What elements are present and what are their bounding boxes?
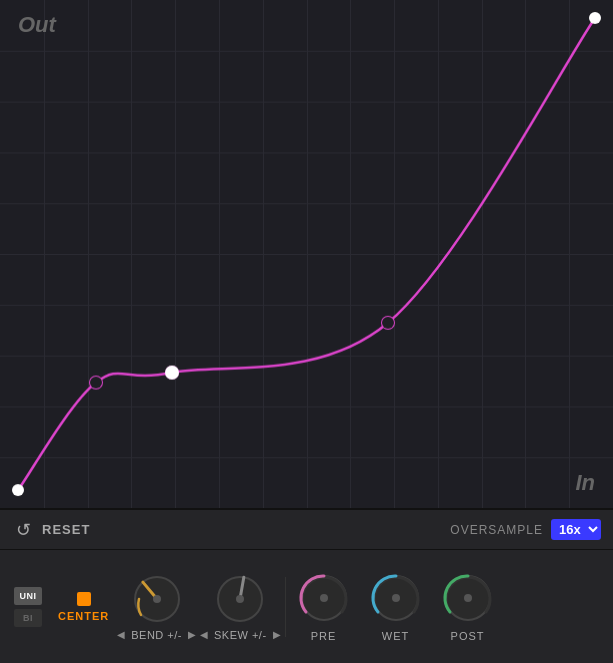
reset-button[interactable]: RESET [42, 522, 90, 537]
oversample-select[interactable]: 1x 2x 4x 8x 16x [551, 519, 601, 540]
bend-left-arrow[interactable]: ◀ [115, 629, 127, 640]
svg-point-7 [392, 594, 400, 602]
svg-point-5 [320, 594, 328, 602]
bi-button[interactable]: BI [14, 609, 42, 627]
center-section: CENTER [52, 592, 115, 622]
bend-knob[interactable] [131, 573, 183, 625]
separator [285, 577, 286, 637]
bend-arrow-row: ◀ BEND +/- ▶ [115, 629, 198, 641]
skew-arrow-row: ◀ SKEW +/- ▶ [198, 629, 283, 641]
skew-group: ◀ SKEW +/- ▶ [198, 573, 283, 641]
post-knob[interactable] [442, 572, 494, 624]
reset-icon[interactable]: ↺ [12, 519, 34, 541]
oversample-label: OVERSAMPLE [450, 523, 543, 537]
center-dot[interactable] [77, 592, 91, 606]
grid-canvas [0, 0, 613, 508]
bottom-bar: UNI BI CENTER ◀ BEND +/- ▶ [0, 550, 613, 663]
oversample-area: OVERSAMPLE 1x 2x 4x 8x 16x [450, 519, 601, 540]
wet-knob[interactable] [370, 572, 422, 624]
bend-right-arrow[interactable]: ▶ [186, 629, 198, 640]
post-label: POST [451, 630, 485, 642]
bottom-knobs-row: UNI BI CENTER ◀ BEND +/- ▶ [0, 550, 613, 663]
bend-label: BEND +/- [131, 629, 182, 641]
uni-bi-section: UNI BI [4, 587, 52, 627]
pre-knob[interactable] [298, 572, 350, 624]
controls-bar: ↺ RESET OVERSAMPLE 1x 2x 4x 8x 16x [0, 510, 613, 550]
post-knob-container: POST [432, 572, 504, 642]
skew-right-arrow[interactable]: ▶ [271, 629, 283, 640]
in-label: In [575, 470, 595, 496]
graph-area[interactable]: Out In [0, 0, 613, 510]
skew-knob[interactable] [214, 573, 266, 625]
skew-label: SKEW +/- [214, 629, 267, 641]
svg-point-1 [153, 595, 161, 603]
pre-knob-container: PRE [288, 572, 360, 642]
pre-label: PRE [311, 630, 337, 642]
wet-knob-container: WET [360, 572, 432, 642]
svg-point-9 [464, 594, 472, 602]
skew-left-arrow[interactable]: ◀ [198, 629, 210, 640]
out-label: Out [18, 12, 56, 38]
center-label[interactable]: CENTER [58, 610, 109, 622]
svg-point-3 [236, 595, 244, 603]
bend-group: ◀ BEND +/- ▶ [115, 573, 198, 641]
wet-label: WET [382, 630, 409, 642]
uni-button[interactable]: UNI [14, 587, 42, 605]
